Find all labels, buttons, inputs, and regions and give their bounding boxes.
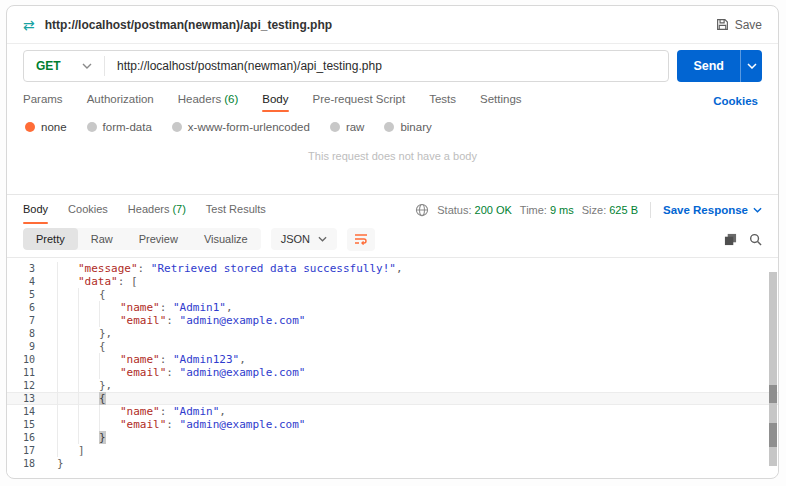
- view-tab-raw[interactable]: Raw: [78, 228, 126, 250]
- line-number: 5: [7, 288, 45, 301]
- tab-label: Body: [262, 93, 288, 105]
- tab-count: (6): [224, 93, 238, 105]
- indent-guide: [78, 288, 99, 301]
- send-options-button[interactable]: [740, 50, 762, 82]
- radio-label: x-www-form-urlencoded: [188, 121, 310, 133]
- view-tab-visualize[interactable]: Visualize: [191, 228, 261, 250]
- indent-guide: [78, 431, 99, 444]
- tab-label: Cookies: [68, 203, 108, 215]
- json-punctuation: {: [99, 392, 106, 405]
- send-button[interactable]: Send: [677, 50, 762, 82]
- view-tab-pretty[interactable]: Pretty: [23, 228, 78, 250]
- radio-dot: [330, 122, 340, 132]
- json-string: "Retrieved stored data successfully!": [151, 262, 396, 275]
- size-value: 625 B: [609, 204, 638, 216]
- code-line[interactable]: 6"name": "Admin1",: [7, 301, 778, 314]
- save-response-button[interactable]: Save Response: [663, 204, 762, 216]
- response-tab-headers[interactable]: Headers(7): [128, 197, 186, 224]
- tab-tests[interactable]: Tests: [429, 89, 456, 112]
- line-number: 11: [7, 366, 45, 379]
- tab-settings[interactable]: Settings: [480, 89, 522, 112]
- indent-guide: [78, 314, 99, 327]
- wrap-lines-button[interactable]: [347, 228, 375, 251]
- save-button[interactable]: Save: [716, 18, 762, 32]
- url-input[interactable]: [105, 59, 668, 73]
- body-type-none[interactable]: none: [25, 121, 67, 133]
- method-selector[interactable]: GET: [24, 59, 104, 73]
- indent-guide: [57, 405, 78, 418]
- code-line[interactable]: 8},: [7, 327, 778, 340]
- response-body-editor[interactable]: 3"message": "Retrieved stored data succe…: [7, 257, 778, 473]
- body-type-selector: noneform-datax-www-form-urlencodedrawbin…: [7, 113, 778, 140]
- cookies-link[interactable]: Cookies: [713, 95, 758, 107]
- request-icon: ⇄: [23, 18, 35, 32]
- tab-count: (7): [172, 203, 185, 215]
- code-line[interactable]: 5{: [7, 288, 778, 301]
- format-select[interactable]: JSON: [271, 228, 337, 250]
- json-punctuation: {: [99, 288, 106, 301]
- code-line[interactable]: 9{: [7, 340, 778, 353]
- code-line[interactable]: 15"email": "admin@example.com": [7, 418, 778, 431]
- response-tab-body[interactable]: Body: [23, 197, 48, 224]
- send-button-label: Send: [677, 50, 740, 82]
- code-line[interactable]: 11"email": "admin@example.com": [7, 366, 778, 379]
- body-type-raw[interactable]: raw: [330, 121, 365, 133]
- json-punctuation: :: [138, 262, 151, 275]
- json-string: "admin@example.com": [180, 366, 306, 379]
- indent-guide: [78, 353, 99, 366]
- json-string: "Admin1": [173, 301, 226, 314]
- body-type-binary[interactable]: binary: [384, 121, 431, 133]
- code-line[interactable]: 16}: [7, 431, 778, 444]
- scrollbar-thumb[interactable]: [769, 423, 777, 447]
- code-line[interactable]: 18}: [7, 457, 778, 470]
- copy-icon: [724, 233, 737, 246]
- json-key: "email": [120, 366, 166, 379]
- line-number: 7: [7, 314, 45, 327]
- code-line[interactable]: 14"name": "Admin",: [7, 405, 778, 418]
- chevron-down-icon: [82, 63, 92, 69]
- search-icon: [749, 233, 762, 246]
- url-row: GET Send: [7, 44, 778, 88]
- code-line[interactable]: 7"email": "admin@example.com": [7, 314, 778, 327]
- code-line[interactable]: 3"message": "Retrieved stored data succe…: [7, 262, 778, 275]
- response-tabs: BodyCookiesHeaders(7)Test Results Status…: [7, 195, 778, 225]
- tab-pre-request-script[interactable]: Pre-request Script: [313, 89, 406, 112]
- json-string: "admin@example.com": [180, 418, 306, 431]
- tab-headers[interactable]: Headers(6): [178, 89, 239, 112]
- json-punctuation: {: [99, 340, 106, 353]
- body-type-x-www-form-urlencoded[interactable]: x-www-form-urlencoded: [172, 121, 310, 133]
- request-title-bar: ⇄ http://localhost/postman(newman)/api_t…: [7, 6, 778, 44]
- tab-label: Headers: [178, 93, 221, 105]
- code-line[interactable]: 4"data": [: [7, 275, 778, 288]
- json-key: "data": [78, 275, 118, 288]
- tab-authorization[interactable]: Authorization: [87, 89, 154, 112]
- radio-label: raw: [346, 121, 365, 133]
- response-tab-cookies[interactable]: Cookies: [68, 197, 108, 224]
- scrollbar-thumb[interactable]: [769, 385, 777, 403]
- indent-guide: [99, 301, 120, 314]
- view-tab-preview[interactable]: Preview: [126, 228, 191, 250]
- line-number: 15: [7, 418, 45, 431]
- code-line[interactable]: 10"name": "Admin123",: [7, 353, 778, 366]
- code-line[interactable]: 13{: [7, 392, 778, 405]
- tab-body[interactable]: Body: [262, 89, 288, 112]
- indent-guide: [99, 405, 120, 418]
- json-punctuation: :: [118, 275, 131, 288]
- response-tab-test-results[interactable]: Test Results: [206, 197, 266, 224]
- indent-guide: [78, 340, 99, 353]
- code-line[interactable]: 17]: [7, 444, 778, 457]
- code-line[interactable]: 12},: [7, 379, 778, 392]
- line-number: 13: [7, 392, 45, 405]
- search-button[interactable]: [749, 233, 762, 246]
- indent-guide: [99, 418, 120, 431]
- body-type-form-data[interactable]: form-data: [87, 121, 152, 133]
- request-tabs: ParamsAuthorizationHeaders(6)BodyPre-req…: [7, 88, 778, 113]
- tab-params[interactable]: Params: [23, 89, 63, 112]
- indent-guide: [57, 327, 78, 340]
- indent-guide: [78, 366, 99, 379]
- copy-button[interactable]: [724, 233, 737, 246]
- indent-guide: [57, 353, 78, 366]
- tab-label: Body: [23, 203, 48, 215]
- indent-guide: [57, 314, 78, 327]
- json-punctuation: :: [160, 405, 173, 418]
